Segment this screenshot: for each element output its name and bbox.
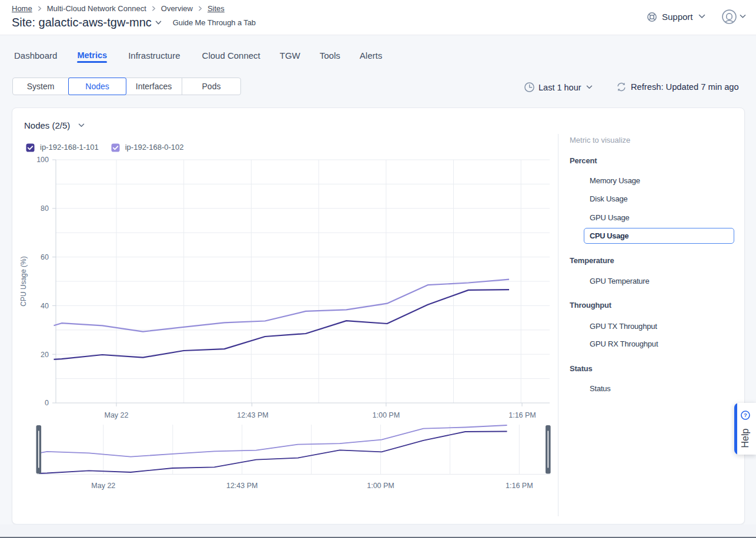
svg-text:12:43 PM: 12:43 PM <box>226 482 258 490</box>
svg-text:12:43 PM: 12:43 PM <box>237 411 269 419</box>
svg-text:40: 40 <box>41 302 49 310</box>
svg-text:1:00 PM: 1:00 PM <box>373 411 400 419</box>
svg-text:May 22: May 22 <box>105 411 129 419</box>
svg-text:1:00 PM: 1:00 PM <box>367 482 394 490</box>
svg-text:100: 100 <box>36 156 49 164</box>
svg-text:20: 20 <box>41 351 49 359</box>
svg-text:80: 80 <box>41 204 49 213</box>
svg-text:?: ? <box>744 412 747 418</box>
svg-text:1:16 PM: 1:16 PM <box>506 482 533 490</box>
svg-text:60: 60 <box>41 253 49 261</box>
svg-text:1:16 PM: 1:16 PM <box>509 411 536 419</box>
svg-text:May 22: May 22 <box>91 482 115 490</box>
svg-text:CPU Usage (%): CPU Usage (%) <box>19 256 28 306</box>
svg-text:0: 0 <box>45 399 49 407</box>
